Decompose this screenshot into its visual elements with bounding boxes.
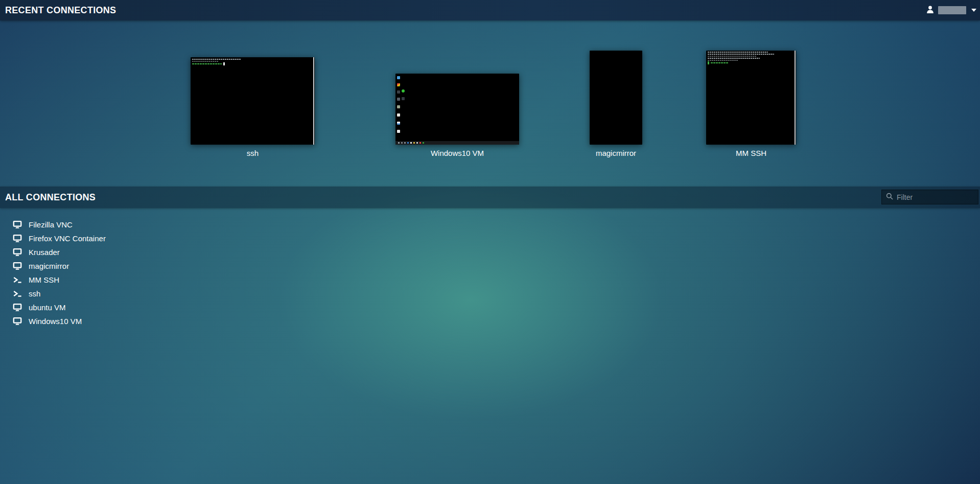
connection-thumbnail-windows10-vm[interactable]: [395, 74, 519, 145]
connection-label: ssh: [191, 149, 315, 158]
connection-item-magicmirror[interactable]: magicmirror: [0, 259, 215, 273]
desktop-icon: [402, 89, 405, 93]
connection-item-ubuntu-vm[interactable]: ubuntu VM: [0, 301, 215, 314]
app-header: RECENT CONNECTIONS: [0, 0, 980, 20]
recent-connections-title: RECENT CONNECTIONS: [0, 5, 116, 16]
connection-item-ssh[interactable]: ssh: [0, 287, 215, 301]
windows-taskbar: [395, 141, 519, 145]
connection-item-label: ubuntu VM: [29, 303, 66, 312]
desktop-icon: [397, 105, 400, 108]
username-redacted: [938, 6, 966, 14]
connection-item-mm-ssh[interactable]: MM SSH: [0, 273, 215, 287]
connection-item-windows10-vm[interactable]: Windows10 VM: [0, 314, 215, 328]
connection-label: MM SSH: [706, 149, 796, 158]
connection-thumbnail-magicmirror[interactable]: [590, 51, 642, 145]
connection-label: magicmirror: [590, 149, 642, 158]
monitor-icon: [13, 303, 23, 312]
connection-item-label: Filezilla VNC: [29, 220, 73, 229]
connection-thumbnail-ssh[interactable]: [191, 57, 315, 145]
connection-item-label: Krusader: [29, 248, 60, 257]
user-menu[interactable]: [926, 0, 976, 20]
desktop-icon: [397, 83, 400, 86]
connection-item-label: Windows10 VM: [29, 317, 82, 326]
connection-item-label: Firefox VNC Container: [29, 234, 106, 243]
desktop-icon: [397, 98, 400, 101]
all-connections-title: ALL CONNECTIONS: [0, 192, 96, 203]
connection-thumbnail-mm-ssh[interactable]: [706, 51, 796, 145]
desktop-icon: [402, 97, 405, 100]
desktop-icon: [397, 122, 400, 125]
terminal-icon: [13, 289, 23, 298]
connection-item-krusader[interactable]: Krusader: [0, 245, 215, 259]
search-icon: [886, 193, 893, 202]
connection-item-filezilla-vnc[interactable]: Filezilla VNC: [0, 218, 215, 232]
connection-item-firefox-vnc-container[interactable]: Firefox VNC Container: [0, 232, 215, 245]
monitor-icon: [13, 248, 23, 257]
connection-label: Windows10 VM: [395, 149, 519, 158]
terminal-scrollbar: [795, 51, 796, 145]
guacamole-home-page: RECENT CONNECTIONS ssh: [0, 0, 980, 484]
desktop-icon: [397, 90, 400, 94]
connection-item-label: ssh: [29, 289, 40, 298]
monitor-icon: [13, 262, 23, 271]
terminal-icon: [13, 275, 23, 285]
monitor-icon: [13, 317, 23, 326]
connection-item-label: MM SSH: [29, 275, 59, 284]
caret-down-icon: [971, 9, 976, 12]
user-icon: [926, 5, 935, 16]
desktop-icon: [397, 76, 400, 79]
monitor-icon: [13, 220, 23, 229]
filter-box[interactable]: [881, 190, 978, 204]
desktop-icon: [397, 113, 400, 117]
connection-item-label: magicmirror: [29, 262, 69, 270]
all-connections-header: ALL CONNECTIONS: [0, 187, 980, 208]
monitor-icon: [13, 234, 23, 243]
terminal-scrollbar: [313, 57, 314, 145]
desktop-icon: [397, 130, 400, 133]
all-connections-list: Filezilla VNC Firefox VNC Container Krus…: [0, 218, 460, 328]
filter-input[interactable]: [897, 193, 974, 201]
